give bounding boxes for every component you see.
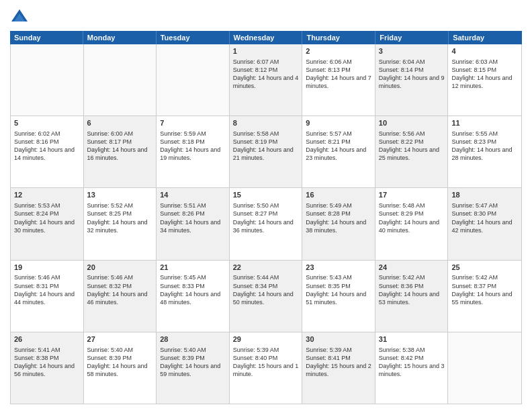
day-number: 27 (87, 334, 153, 345)
daylight-text: Daylight: 14 hours and 32 minutes. (87, 218, 153, 234)
sunset-text: Sunset: 8:37 PM (451, 282, 518, 290)
daylight-text: Daylight: 14 hours and 12 minutes. (451, 74, 518, 90)
sunrise-text: Sunrise: 5:45 AM (160, 273, 226, 281)
calendar-body: 1Sunrise: 6:07 AMSunset: 8:12 PMDaylight… (10, 44, 522, 404)
sunrise-text: Sunrise: 5:55 AM (451, 130, 518, 138)
sunset-text: Sunset: 8:16 PM (14, 138, 80, 146)
sunset-text: Sunset: 8:24 PM (14, 210, 80, 218)
daylight-text: Daylight: 14 hours and 19 minutes. (160, 146, 226, 162)
sunrise-text: Sunrise: 5:46 AM (87, 273, 153, 281)
cal-row-2: 12Sunrise: 5:53 AMSunset: 8:24 PMDayligh… (11, 188, 521, 260)
day-number: 17 (379, 190, 445, 200)
daylight-text: Daylight: 14 hours and 40 minutes. (379, 218, 445, 234)
sunrise-text: Sunrise: 5:39 AM (233, 346, 299, 354)
cal-row-3: 19Sunrise: 5:46 AMSunset: 8:31 PMDayligh… (11, 261, 521, 332)
day-number: 15 (233, 190, 299, 200)
cal-row-4: 26Sunrise: 5:41 AMSunset: 8:38 PMDayligh… (11, 332, 521, 404)
header-saturday: Saturday (449, 31, 522, 44)
cal-cell: 15Sunrise: 5:50 AMSunset: 8:27 PMDayligh… (230, 188, 303, 259)
daylight-text: Daylight: 14 hours and 51 minutes. (306, 290, 371, 306)
daylight-text: Daylight: 14 hours and 59 minutes. (160, 362, 226, 378)
cal-cell: 2Sunrise: 6:06 AMSunset: 8:13 PMDaylight… (302, 44, 375, 116)
sunset-text: Sunset: 8:38 PM (14, 354, 80, 362)
daylight-text: Daylight: 14 hours and 53 minutes. (379, 290, 445, 306)
day-number: 25 (451, 263, 518, 273)
cal-cell: 13Sunrise: 5:52 AMSunset: 8:25 PMDayligh… (84, 188, 157, 259)
sunset-text: Sunset: 8:25 PM (87, 210, 153, 218)
logo-icon (10, 7, 29, 26)
daylight-text: Daylight: 14 hours and 4 minutes. (233, 74, 299, 90)
sunrise-text: Sunrise: 5:43 AM (306, 273, 371, 281)
daylight-text: Daylight: 14 hours and 50 minutes. (233, 290, 299, 306)
daylight-text: Daylight: 14 hours and 44 minutes. (14, 290, 80, 306)
day-number: 26 (14, 334, 80, 345)
sunset-text: Sunset: 8:41 PM (306, 354, 371, 362)
cal-cell: 26Sunrise: 5:41 AMSunset: 8:38 PMDayligh… (11, 332, 84, 404)
cal-cell: 22Sunrise: 5:44 AMSunset: 8:34 PMDayligh… (230, 261, 303, 332)
daylight-text: Daylight: 14 hours and 55 minutes. (451, 290, 518, 306)
day-number: 8 (233, 118, 299, 128)
day-number: 13 (87, 190, 153, 200)
cal-cell: 5Sunrise: 6:02 AMSunset: 8:16 PMDaylight… (11, 116, 84, 187)
cal-row-1: 5Sunrise: 6:02 AMSunset: 8:16 PMDaylight… (11, 116, 521, 188)
sunset-text: Sunset: 8:15 PM (451, 66, 518, 74)
cal-cell: 17Sunrise: 5:48 AMSunset: 8:29 PMDayligh… (375, 188, 449, 259)
day-number: 30 (306, 334, 371, 345)
daylight-text: Daylight: 14 hours and 23 minutes. (306, 146, 371, 162)
cal-cell: 29Sunrise: 5:39 AMSunset: 8:40 PMDayligh… (230, 332, 303, 404)
cal-cell: 18Sunrise: 5:47 AMSunset: 8:30 PMDayligh… (448, 188, 521, 259)
sunrise-text: Sunrise: 5:39 AM (306, 346, 371, 354)
sunset-text: Sunset: 8:17 PM (87, 138, 153, 146)
sunrise-text: Sunrise: 5:47 AM (451, 201, 518, 210)
sunrise-text: Sunrise: 5:50 AM (233, 201, 299, 210)
daylight-text: Daylight: 14 hours and 21 minutes. (233, 146, 299, 162)
day-number: 1 (233, 46, 299, 56)
sunrise-text: Sunrise: 5:56 AM (379, 130, 445, 138)
day-number: 31 (379, 334, 445, 345)
sunset-text: Sunset: 8:18 PM (160, 138, 226, 146)
daylight-text: Daylight: 14 hours and 36 minutes. (233, 218, 299, 234)
cal-cell: 3Sunrise: 6:04 AMSunset: 8:14 PMDaylight… (375, 44, 449, 116)
daylight-text: Daylight: 14 hours and 9 minutes. (379, 74, 445, 90)
cal-cell: 6Sunrise: 6:00 AMSunset: 8:17 PMDaylight… (84, 116, 157, 187)
day-number: 3 (379, 46, 445, 56)
daylight-text: Daylight: 14 hours and 38 minutes. (306, 218, 371, 234)
sunrise-text: Sunrise: 5:40 AM (160, 346, 226, 354)
cal-cell: 14Sunrise: 5:51 AMSunset: 8:26 PMDayligh… (157, 188, 230, 259)
header-tuesday: Tuesday (157, 31, 230, 44)
sunset-text: Sunset: 8:23 PM (451, 138, 518, 146)
header-monday: Monday (83, 31, 157, 44)
sunset-text: Sunset: 8:32 PM (87, 282, 153, 290)
cal-cell: 20Sunrise: 5:46 AMSunset: 8:32 PMDayligh… (84, 261, 157, 332)
day-number: 6 (87, 118, 153, 128)
logo (10, 7, 32, 26)
sunset-text: Sunset: 8:14 PM (379, 66, 445, 74)
day-number: 23 (306, 263, 371, 273)
sunset-text: Sunset: 8:39 PM (160, 354, 226, 362)
sunrise-text: Sunrise: 5:53 AM (14, 201, 80, 210)
sunset-text: Sunset: 8:21 PM (306, 138, 371, 146)
sunrise-text: Sunrise: 5:42 AM (379, 273, 445, 281)
sunset-text: Sunset: 8:19 PM (233, 138, 299, 146)
header-sunday: Sunday (10, 31, 83, 44)
daylight-text: Daylight: 14 hours and 56 minutes. (14, 362, 80, 378)
cal-cell: 28Sunrise: 5:40 AMSunset: 8:39 PMDayligh… (157, 332, 230, 404)
day-number: 20 (87, 263, 153, 273)
cal-cell: 8Sunrise: 5:58 AMSunset: 8:19 PMDaylight… (230, 116, 303, 187)
day-number: 11 (451, 118, 518, 128)
cal-cell: 12Sunrise: 5:53 AMSunset: 8:24 PMDayligh… (11, 188, 84, 259)
cal-cell: 7Sunrise: 5:59 AMSunset: 8:18 PMDaylight… (157, 116, 230, 187)
calendar-header: SundayMondayTuesdayWednesdayThursdayFrid… (10, 31, 522, 44)
sunset-text: Sunset: 8:35 PM (306, 282, 371, 290)
day-number: 4 (451, 46, 518, 56)
day-number: 16 (306, 190, 371, 200)
sunset-text: Sunset: 8:26 PM (160, 210, 226, 218)
day-number: 5 (14, 118, 80, 128)
sunrise-text: Sunrise: 5:38 AM (379, 346, 445, 354)
daylight-text: Daylight: 14 hours and 42 minutes. (451, 218, 518, 234)
day-number: 12 (14, 190, 80, 200)
daylight-text: Daylight: 15 hours and 1 minute. (233, 362, 299, 378)
daylight-text: Daylight: 14 hours and 7 minutes. (306, 74, 371, 90)
daylight-text: Daylight: 14 hours and 28 minutes. (451, 146, 518, 162)
sunrise-text: Sunrise: 6:03 AM (451, 58, 518, 66)
